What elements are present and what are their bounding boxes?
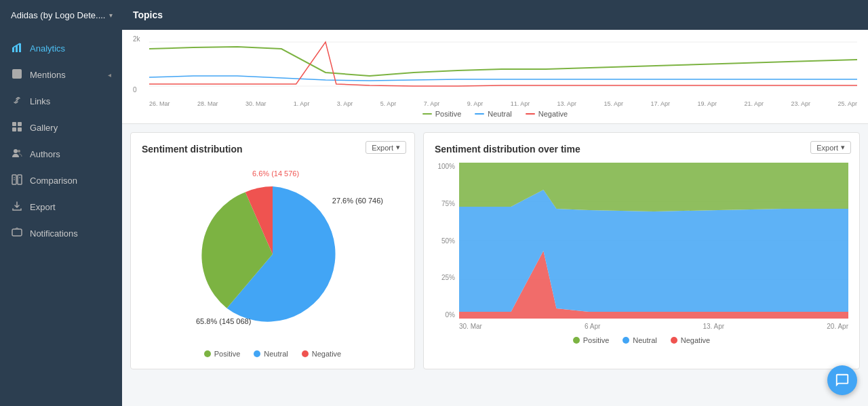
area-legend-negative: Negative (671, 336, 710, 344)
app-header: Adidas (by Logo Dete.... ▾ Topics (0, 0, 868, 30)
legend-positive: Positive (422, 110, 462, 118)
sidebar-item-export[interactable]: Export (0, 194, 122, 220)
export-icon (11, 201, 23, 214)
sidebar-item-gallery[interactable]: Gallery (0, 115, 122, 141)
analytics-icon (11, 42, 23, 55)
sidebar-item-mentions[interactable]: Mentions ◂ (0, 62, 122, 88)
sidebar-item-export-label: Export (30, 202, 56, 212)
area-legend-positive: Positive (573, 336, 610, 344)
svg-rect-15 (12, 229, 22, 236)
svg-rect-5 (18, 122, 22, 126)
svg-rect-11 (18, 175, 22, 184)
sentiment-distribution-export-button[interactable]: Export ▾ (366, 141, 406, 154)
sentiment-distribution-panel: Sentiment distribution Export ▾ 6.6% (14… (130, 132, 415, 369)
pie-label-positive: 27.6% (60 746) (332, 197, 383, 205)
sentiment-over-time-panel: Sentiment distribution over time Export … (423, 132, 860, 369)
sidebar-item-notifications-label: Notifications (30, 228, 78, 239)
area-negative-dot (671, 337, 677, 344)
positive-legend-dash (422, 113, 432, 115)
main-layout: Analytics Mentions ◂ Links Gallery (0, 30, 868, 406)
pie-legend-neutral: Neutral (254, 350, 288, 358)
notifications-icon (11, 227, 23, 240)
comparison-icon (11, 174, 23, 187)
legend-positive-label: Positive (435, 110, 462, 118)
y-axis: 100% 75% 50% 25% 0% (435, 163, 459, 332)
svg-rect-7 (18, 127, 22, 131)
area-chart-wrapper: 30. Mar 6 Apr 13. Apr 20. Apr (459, 163, 848, 332)
svg-rect-6 (12, 127, 16, 131)
neutral-legend-dash (475, 113, 484, 115)
pie-chart-svg (198, 180, 347, 329)
legend-neutral: Neutral (475, 110, 511, 118)
sidebar-item-links-label: Links (30, 96, 50, 106)
svg-rect-0 (12, 47, 14, 52)
svg-rect-4 (12, 122, 16, 126)
top-line-chart-svg (149, 35, 857, 96)
svg-point-8 (14, 149, 18, 153)
chat-button[interactable] (827, 365, 857, 395)
pie-negative-dot (302, 350, 309, 357)
pie-chart-legend: Positive Neutral Negative (142, 350, 403, 358)
sidebar-item-mentions-label: Mentions (30, 70, 66, 80)
negative-legend-dash (526, 113, 535, 115)
svg-rect-3 (12, 69, 22, 79)
pie-legend-negative: Negative (302, 350, 341, 358)
legend-negative: Negative (526, 110, 568, 118)
sidebar-item-authors-label: Authors (30, 149, 60, 159)
legend-neutral-label: Neutral (488, 110, 511, 118)
top-chart-y-max: 2k (133, 35, 140, 43)
area-chart-svg (459, 163, 848, 319)
chat-icon (835, 373, 850, 388)
sidebar-item-analytics-label: Analytics (30, 43, 65, 54)
sentiment-distribution-title: Sentiment distribution (142, 144, 403, 155)
area-neutral-dot (623, 337, 629, 344)
area-chart-legend: Positive Neutral Negative (435, 336, 848, 344)
sidebar-item-comparison[interactable]: Comparison (0, 167, 122, 194)
brand-name: Adidas (by Logo Dete.... (11, 10, 105, 20)
area-positive-dot (573, 337, 580, 344)
legend-negative-label: Negative (538, 110, 568, 118)
mentions-arrow-icon: ◂ (108, 71, 111, 79)
brand-chevron-icon: ▾ (109, 12, 113, 19)
pie-neutral-dot (254, 350, 260, 357)
sentiment-over-time-title: Sentiment distribution over time (435, 144, 848, 155)
gallery-icon (11, 121, 23, 134)
sidebar-item-notifications[interactable]: Notifications (0, 220, 122, 247)
top-chart-y-zero: 0 (133, 86, 137, 94)
top-chart-legend: Positive Neutral Negative (133, 110, 857, 118)
authors-icon (11, 148, 23, 161)
area-x-labels: 30. Mar 6 Apr 13. Apr 20. Apr (459, 321, 848, 331)
svg-point-9 (18, 150, 20, 153)
area-legend-neutral: Neutral (623, 336, 656, 344)
pie-positive-dot (204, 350, 211, 357)
export-chevron-icon: ▾ (396, 143, 400, 152)
brand-selector[interactable]: Adidas (by Logo Dete.... ▾ (11, 10, 119, 20)
pie-label-neutral: 65.8% (145 068) (196, 317, 251, 325)
mentions-icon (11, 68, 23, 81)
pie-legend-positive: Positive (204, 350, 241, 358)
sidebar-item-comparison-label: Comparison (30, 176, 77, 186)
export-over-time-chevron-icon: ▾ (841, 143, 845, 152)
top-chart-x-labels: 26. Mar 28. Mar 30. Mar 1. Apr 3. Apr 5.… (149, 100, 857, 107)
main-content: 2k 0 26. Mar 28. Mar 30. Mar (122, 30, 868, 406)
sidebar: Analytics Mentions ◂ Links Gallery (0, 30, 122, 406)
sentiment-over-time-export-button[interactable]: Export ▾ (810, 141, 851, 154)
links-icon (11, 95, 23, 108)
svg-rect-2 (19, 43, 21, 52)
sidebar-item-gallery-label: Gallery (30, 123, 58, 133)
top-line-chart-panel: 2k 0 26. Mar 28. Mar 30. Mar (122, 30, 868, 124)
sidebar-item-links[interactable]: Links (0, 88, 122, 115)
page-title: Topics (119, 9, 163, 20)
sidebar-item-analytics[interactable]: Analytics (0, 35, 122, 62)
charts-row: Sentiment distribution Export ▾ 6.6% (14… (122, 124, 868, 378)
sidebar-item-authors[interactable]: Authors (0, 141, 122, 167)
pie-label-negative: 6.6% (14 576) (252, 169, 299, 178)
